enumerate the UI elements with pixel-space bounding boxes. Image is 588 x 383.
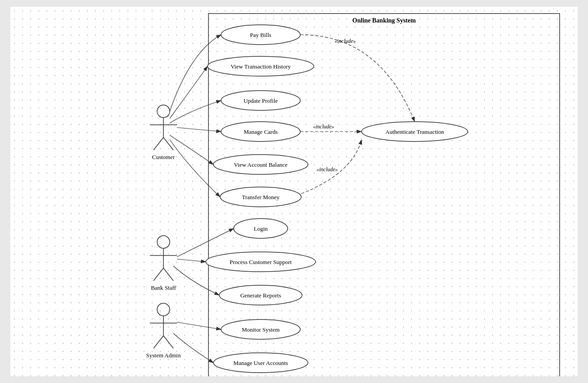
diagram-container: Online Banking System Customer Bank Staf…	[10, 7, 578, 376]
conn-customer-paybills	[170, 35, 221, 111]
sysadmin-actor-head	[157, 303, 170, 316]
usecase-managecards-label: Manage Cards	[244, 128, 277, 135]
usecase-login-label: Login	[253, 225, 268, 232]
include-managecards-label: «include»	[313, 123, 334, 130]
bankstaff-label: Bank Staff	[151, 284, 176, 291]
customer-actor-head	[157, 105, 170, 118]
conn-customer-managecards	[177, 128, 221, 132]
bankstaff-actor-head	[157, 236, 170, 248]
usecase-updateprofile-label: Update Profile	[244, 97, 278, 104]
usecase-processsupport-label: Process Customer Support	[230, 259, 292, 265]
conn-bankstaff-login	[177, 228, 234, 257]
conn-bankstaff-reports	[173, 266, 219, 295]
sysadmin-label: System Admin	[146, 352, 181, 359]
customer-actor-leg-left	[154, 137, 163, 150]
usecase-paybills-label: Pay Bills	[250, 32, 271, 38]
include-transfermoney-label: «include»	[317, 166, 338, 173]
conn-sysadmin-monitor	[177, 322, 221, 329]
customer-actor-leg-right	[163, 137, 173, 150]
usecase-viewbalance-label: View Account Balance	[234, 161, 287, 168]
customer-label: Customer	[152, 154, 175, 160]
include-paybills-authenticate	[300, 35, 415, 122]
conn-customer-viewtx	[170, 66, 208, 119]
usecase-generatereports-label: Generate Reports	[240, 292, 281, 299]
bankstaff-actor-leg-left	[154, 268, 163, 281]
system-title: Online Banking System	[353, 17, 416, 24]
usecase-viewtxhistory-label: View Transaction History	[231, 63, 291, 70]
usecase-transfermoney-label: Transfer Money	[242, 194, 280, 201]
conn-bankstaff-support	[177, 259, 206, 262]
conn-customer-transfermoney	[170, 140, 220, 197]
usecase-monitorsystem-label: Monitor System	[242, 326, 280, 333]
sysadmin-actor-leg-right	[163, 336, 173, 348]
sysadmin-actor-leg-left	[154, 336, 163, 348]
conn-customer-updateprofile	[170, 100, 221, 123]
include-paybills-label: «include»	[335, 38, 356, 44]
usecase-manageaccounts-label: Manage User Accounts	[233, 360, 288, 366]
bankstaff-actor-leg-right	[163, 268, 173, 281]
usecase-authenticate-label: Authenticate Transaction	[385, 128, 444, 135]
conn-customer-viewbalance	[170, 135, 213, 164]
